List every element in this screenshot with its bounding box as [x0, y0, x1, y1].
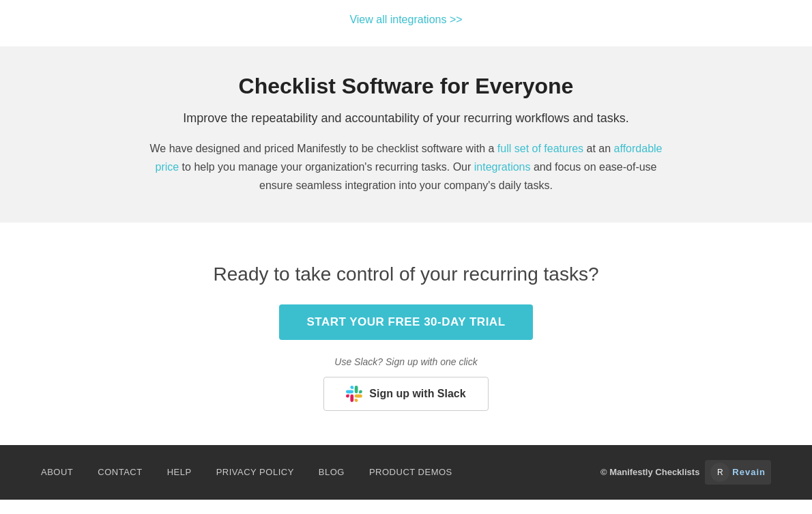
revain-label: Revain — [732, 467, 766, 477]
footer-privacy-link[interactable]: PRIVACY POLICY — [216, 467, 294, 477]
revain-icon: R — [710, 463, 729, 482]
footer-right: © Manifestly Checklists R Revain — [600, 460, 771, 485]
checklist-body: We have designed and priced Manifestly t… — [147, 139, 665, 195]
footer: ABOUT CONTACT HELP PRIVACY POLICY BLOG P… — [0, 445, 812, 500]
trial-button[interactable]: START YOUR FREE 30-DAY TRIAL — [279, 304, 532, 340]
body-text-part2: at an — [583, 143, 613, 154]
slack-note: Use Slack? Sign up with one click — [14, 356, 798, 367]
body-text-part1: We have designed and priced Manifestly t… — [150, 143, 497, 154]
footer-blog-link[interactable]: BLOG — [319, 467, 345, 477]
footer-contact-link[interactable]: CONTACT — [98, 467, 142, 477]
checklist-subtitle: Improve the repeatability and accountabi… — [14, 111, 798, 126]
checklist-heading: Checklist Software for Everyone — [14, 74, 798, 99]
cta-section: Ready to take control of your recurring … — [0, 223, 812, 445]
footer-about-link[interactable]: ABOUT — [41, 467, 73, 477]
revain-badge: R Revain — [705, 460, 771, 485]
full-features-link[interactable]: full set of features — [497, 143, 583, 154]
gray-section: Checklist Software for Everyone Improve … — [0, 46, 812, 223]
slack-signup-button[interactable]: Sign up with Slack — [323, 377, 488, 411]
footer-copyright: © Manifestly Checklists — [600, 467, 699, 477]
cta-heading: Ready to take control of your recurring … — [14, 263, 798, 285]
footer-help-link[interactable]: HELP — [167, 467, 192, 477]
slack-icon — [346, 386, 362, 402]
footer-nav: ABOUT CONTACT HELP PRIVACY POLICY BLOG P… — [41, 467, 452, 477]
footer-demos-link[interactable]: PRODUCT DEMOS — [369, 467, 452, 477]
slack-button-label: Sign up with Slack — [369, 388, 465, 400]
view-all-integrations-link[interactable]: View all integrations >> — [349, 14, 462, 25]
body-text-part3: to help you manage your organization's r… — [179, 161, 474, 173]
integrations-link[interactable]: integrations — [474, 161, 531, 173]
top-section: View all integrations >> — [0, 0, 812, 46]
